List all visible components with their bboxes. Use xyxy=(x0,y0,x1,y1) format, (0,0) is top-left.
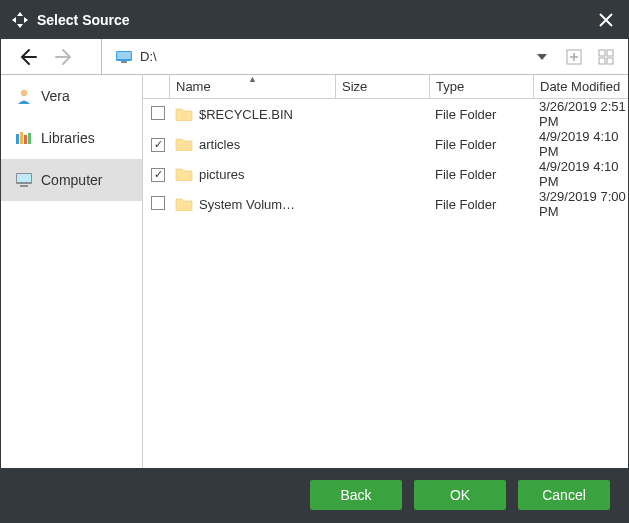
file-type: File Folder xyxy=(435,197,496,212)
close-button[interactable] xyxy=(594,8,618,32)
monitor-icon xyxy=(116,51,132,63)
ok-button[interactable]: OK xyxy=(414,480,506,510)
titlebar: Select Source xyxy=(1,1,628,39)
sidebar-item-vera[interactable]: Vera xyxy=(1,75,142,117)
column-header: ▲ Name Size Type Date Modified xyxy=(143,75,628,99)
new-folder-button[interactable] xyxy=(564,47,584,67)
svg-rect-16 xyxy=(24,135,27,144)
svg-rect-12 xyxy=(607,58,613,64)
file-listing: ▲ Name Size Type Date Modified $RECYCLE.… xyxy=(143,75,628,468)
user-icon xyxy=(15,87,33,105)
svg-rect-14 xyxy=(16,134,19,144)
folder-icon xyxy=(175,197,193,211)
sidebar-item-label: Computer xyxy=(41,172,102,188)
file-name: $RECYCLE.BIN xyxy=(199,107,293,122)
svg-marker-3 xyxy=(24,17,28,23)
forward-nav-button[interactable] xyxy=(55,47,75,67)
checkbox[interactable]: ✓ xyxy=(151,138,165,152)
footer: Back OK Cancel xyxy=(1,468,628,522)
svg-rect-10 xyxy=(607,50,613,56)
col-type[interactable]: Type xyxy=(429,75,533,98)
view-toggle-button[interactable] xyxy=(596,47,616,67)
sidebar-item-libraries[interactable]: Libraries xyxy=(1,117,142,159)
sidebar-item-label: Vera xyxy=(41,88,70,104)
sidebar: Vera Libraries Computer xyxy=(1,75,143,468)
table-row[interactable]: ✓picturesFile Folder4/9/2019 4:10 PM xyxy=(143,159,628,189)
sort-asc-icon: ▲ xyxy=(248,74,257,84)
folder-icon xyxy=(175,107,193,121)
back-button[interactable]: Back xyxy=(310,480,402,510)
file-name: articles xyxy=(199,137,240,152)
path-dropdown[interactable] xyxy=(532,47,552,67)
folder-icon xyxy=(175,167,193,181)
svg-rect-6 xyxy=(121,61,127,63)
col-date[interactable]: Date Modified xyxy=(533,75,628,98)
table-row[interactable]: $RECYCLE.BINFile Folder3/26/2019 2:51 PM xyxy=(143,99,628,129)
svg-rect-19 xyxy=(17,174,31,182)
svg-marker-1 xyxy=(17,24,23,28)
back-nav-button[interactable] xyxy=(17,47,37,67)
table-row[interactable]: ✓articlesFile Folder4/9/2019 4:10 PM xyxy=(143,129,628,159)
col-name[interactable]: ▲ Name xyxy=(169,75,335,98)
sidebar-item-label: Libraries xyxy=(41,130,95,146)
path-field[interactable]: D:\ xyxy=(102,49,532,64)
checkbox[interactable]: ✓ xyxy=(151,168,165,182)
svg-point-13 xyxy=(21,90,27,96)
computer-icon xyxy=(15,171,33,189)
file-type: File Folder xyxy=(435,137,496,152)
file-name: System Volum… xyxy=(199,197,295,212)
svg-marker-0 xyxy=(17,12,23,16)
file-date: 3/26/2019 2:51 PM xyxy=(539,99,626,129)
toolbar: D:\ xyxy=(1,39,628,75)
file-date: 4/9/2019 4:10 PM xyxy=(539,159,619,189)
window-title: Select Source xyxy=(37,12,130,28)
file-date: 4/9/2019 4:10 PM xyxy=(539,129,619,159)
file-type: File Folder xyxy=(435,167,496,182)
body: Vera Libraries Computer ▲ Name Size Type… xyxy=(1,75,628,468)
checkbox[interactable] xyxy=(151,196,165,210)
library-icon xyxy=(15,129,33,147)
file-name: pictures xyxy=(199,167,245,182)
svg-marker-2 xyxy=(12,17,16,23)
svg-rect-17 xyxy=(28,133,31,144)
file-type: File Folder xyxy=(435,107,496,122)
svg-rect-9 xyxy=(599,50,605,56)
folder-icon xyxy=(175,137,193,151)
svg-rect-20 xyxy=(20,185,28,187)
cancel-button[interactable]: Cancel xyxy=(518,480,610,510)
checkbox[interactable] xyxy=(151,106,165,120)
col-size[interactable]: Size xyxy=(335,75,429,98)
sidebar-item-computer[interactable]: Computer xyxy=(1,159,142,201)
file-date: 3/29/2019 7:00 PM xyxy=(539,189,626,219)
svg-rect-5 xyxy=(117,52,131,59)
svg-rect-11 xyxy=(599,58,605,64)
svg-marker-7 xyxy=(537,54,547,60)
svg-rect-15 xyxy=(20,132,23,144)
app-icon xyxy=(11,11,29,29)
path-text: D:\ xyxy=(140,49,157,64)
table-row[interactable]: System Volum…File Folder3/29/2019 7:00 P… xyxy=(143,189,628,219)
